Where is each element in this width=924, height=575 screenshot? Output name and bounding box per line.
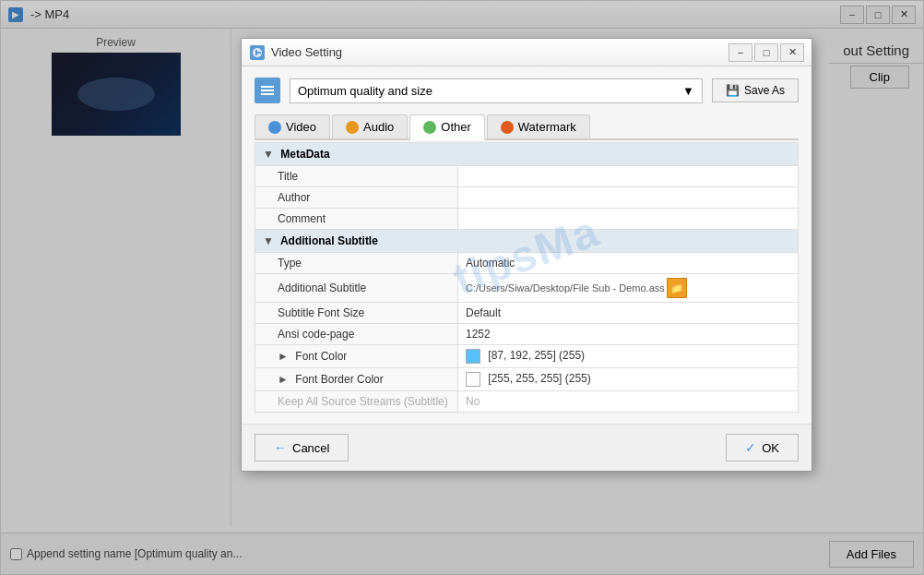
additional-subtitle-value: C:/Users/Siwa/Desktop/File Sub - Demo.as… — [458, 274, 799, 303]
font-color-text: [87, 192, 255] (255) — [488, 349, 585, 362]
tab-other[interactable]: Other — [409, 114, 485, 140]
table-row: ► Font Color [87, 192, 255] (255) — [255, 345, 799, 368]
dialog-close-button[interactable]: ✕ — [780, 43, 804, 62]
cancel-button[interactable]: ← Cancel — [255, 434, 349, 461]
other-tab-icon — [423, 121, 436, 134]
profile-dropdown[interactable]: Optimum quality and size ▼ — [290, 78, 703, 103]
svg-rect-2 — [255, 50, 257, 55]
comment-value[interactable] — [458, 209, 799, 230]
subtitle-input-row: C:/Users/Siwa/Desktop/File Sub - Demo.as… — [466, 278, 790, 298]
watermark-tab-label: Watermark — [518, 120, 576, 134]
ok-check-icon: ✓ — [745, 440, 756, 455]
dialog-restore-button[interactable]: □ — [754, 43, 778, 62]
profile-name: Optimum quality and size — [298, 84, 432, 98]
settings-lines-icon — [259, 82, 276, 99]
table-row: Comment — [255, 209, 799, 230]
metadata-header-label: MetaData — [280, 148, 329, 161]
subtitle-section-header: ▼ Additional Subtitle — [255, 230, 799, 253]
ok-button[interactable]: ✓ OK — [726, 434, 799, 461]
stream-key: Keep All Source Streams (Subtitle) — [255, 391, 458, 413]
svg-rect-3 — [257, 52, 261, 54]
save-as-button[interactable]: 💾 Save As — [712, 78, 799, 102]
profile-icon — [255, 78, 280, 103]
title-key: Title — [255, 166, 458, 187]
table-row: Title — [255, 166, 799, 187]
font-color-value[interactable]: [87, 192, 255] (255) — [458, 345, 799, 368]
audio-tab-icon — [346, 121, 359, 134]
title-value[interactable] — [458, 166, 799, 187]
font-border-key: ► Font Border Color — [255, 368, 458, 391]
font-border-label: Font Border Color — [295, 373, 383, 386]
video-tab-label: Video — [286, 120, 316, 134]
ansi-key: Ansi code-page — [255, 324, 458, 345]
video-tab-icon — [268, 121, 281, 134]
audio-tab-label: Audio — [363, 120, 394, 134]
tab-audio[interactable]: Audio — [332, 114, 408, 138]
font-color-label: Font Color — [295, 350, 347, 363]
dialog-controls: − □ ✕ — [729, 43, 804, 62]
dialog-icon — [249, 44, 266, 61]
dialog-title: Video Setting — [271, 45, 729, 59]
dialog-minimize-button[interactable]: − — [729, 43, 752, 62]
subtitle-header-label: Additional Subtitle — [280, 234, 378, 247]
save-icon: 💾 — [726, 84, 740, 97]
author-value[interactable] — [458, 187, 799, 209]
table-row: Type Automatic — [255, 253, 799, 274]
stream-value: No — [458, 391, 799, 413]
table-row: Author — [255, 187, 799, 209]
stream-row: Keep All Source Streams (Subtitle) No — [255, 391, 799, 413]
tab-bar: Video Audio Other Watermark — [255, 114, 799, 140]
font-border-text: [255, 255, 255] (255) — [488, 372, 590, 385]
cancel-label: Cancel — [292, 441, 329, 455]
metadata-section-header: ▼ MetaData — [255, 143, 799, 166]
ok-label: OK — [762, 441, 779, 455]
font-border-expand-icon[interactable]: ► — [278, 373, 289, 386]
subtitle-path: C:/Users/Siwa/Desktop/File Sub - Demo.as… — [466, 282, 665, 293]
comment-key: Comment — [255, 209, 458, 230]
dialog-title-bar: Video Setting − □ ✕ — [242, 39, 811, 66]
type-value[interactable]: Automatic — [458, 253, 799, 274]
video-setting-dialog: Video Setting − □ ✕ Optimum quali — [241, 38, 812, 472]
svg-rect-6 — [261, 93, 274, 95]
table-row: Subtitle Font Size Default — [255, 303, 799, 324]
watermark-tab-icon — [501, 121, 514, 134]
table-row: Ansi code-page 1252 — [255, 324, 799, 345]
font-color-swatch — [466, 349, 480, 364]
font-border-swatch — [466, 372, 480, 387]
tab-watermark[interactable]: Watermark — [487, 114, 590, 138]
author-key: Author — [255, 187, 458, 209]
table-row: ► Font Border Color [255, 255, 255] (255… — [255, 368, 799, 391]
main-window: ▶ -> MP4 − □ ✕ Preview out Setting Clip … — [0, 0, 924, 575]
subtitle-expand-icon[interactable]: ▼ — [263, 234, 274, 247]
other-tab-label: Other — [441, 120, 471, 134]
dialog-footer: ← Cancel ✓ OK — [242, 424, 811, 471]
font-border-value[interactable]: [255, 255, 255] (255) — [458, 368, 799, 391]
dropdown-arrow-icon: ▼ — [682, 84, 694, 98]
svg-rect-4 — [261, 86, 274, 88]
table-row: Additional Subtitle C:/Users/Siwa/Deskto… — [255, 274, 799, 303]
additional-subtitle-key: Additional Subtitle — [255, 274, 458, 303]
ansi-value[interactable]: 1252 — [458, 324, 799, 345]
font-size-key: Subtitle Font Size — [255, 303, 458, 324]
font-color-expand-icon[interactable]: ► — [278, 350, 289, 363]
type-key: Type — [255, 253, 458, 274]
dialog-content: Optimum quality and size ▼ 💾 Save As Vid… — [242, 66, 811, 424]
tab-video[interactable]: Video — [255, 114, 330, 138]
metadata-expand-icon[interactable]: ▼ — [263, 148, 274, 161]
profile-row: Optimum quality and size ▼ 💾 Save As — [255, 78, 799, 103]
folder-button[interactable]: 📁 — [667, 278, 687, 298]
settings-table: ▼ MetaData Title Author Comment — [255, 142, 799, 413]
font-size-value[interactable]: Default — [458, 303, 799, 324]
save-as-label: Save As — [744, 84, 785, 97]
cancel-arrow-icon: ← — [274, 440, 287, 455]
svg-rect-5 — [261, 90, 274, 91]
font-color-key: ► Font Color — [255, 345, 458, 368]
